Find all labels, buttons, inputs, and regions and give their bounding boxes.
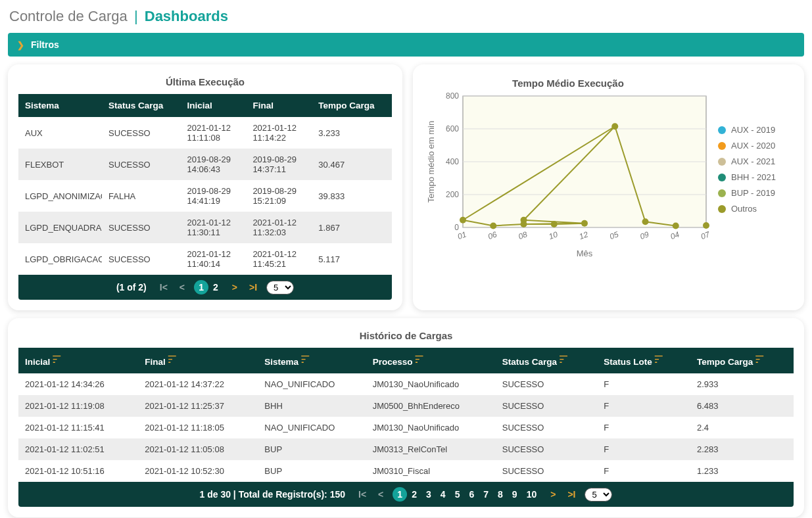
cell-inicial: 2019-08-2914:41:19 <box>180 180 246 212</box>
prev-page-button[interactable]: < <box>177 281 187 294</box>
last-page-button[interactable]: >I <box>565 488 578 501</box>
first-page-button[interactable]: I< <box>356 488 369 501</box>
tempo-medio-chart: Tempo Médio Execução02004006008000106081… <box>423 76 713 260</box>
legend-dot-icon <box>718 205 726 213</box>
col-status-carga[interactable]: Status Carga—–- <box>496 348 597 373</box>
first-page-button[interactable]: I< <box>157 281 170 294</box>
col-inicial[interactable]: Inicial—–- <box>18 348 138 373</box>
cell-inicial: 2021-01-12 11:02:51 <box>18 438 138 460</box>
cell-sistema: AUX <box>18 117 102 149</box>
col-inicial[interactable]: Inicial <box>180 94 246 117</box>
cell-final: 2021-01-1211:14:22 <box>246 117 312 149</box>
page-3[interactable]: 3 <box>421 488 436 501</box>
cell-tempo: 2.283 <box>690 438 794 460</box>
cell-status: SUCESSO <box>102 212 180 243</box>
table-header-row: Inicial—–- Final—–- Sistema—–- Processo—… <box>18 348 794 373</box>
cell-status: SUCESSO <box>102 243 180 275</box>
cell-inicial: 2021-01-1211:40:14 <box>180 243 246 275</box>
page-size-select[interactable]: 5 <box>585 488 612 502</box>
col-tempo-carga[interactable]: Tempo Carga—–- <box>690 348 794 373</box>
col-tempo[interactable]: Tempo Carga <box>312 94 392 117</box>
table-header-row: Sistema Status Carga Inicial Final Tempo… <box>18 94 392 117</box>
cell-inicial: 2021-01-12 11:19:08 <box>18 395 138 417</box>
table-row: LGPD_OBRIGACAOSUCESSO2021-01-1211:40:142… <box>18 243 392 275</box>
cell-processo: JM0130_NaoUnificado <box>366 417 496 438</box>
svg-text:600: 600 <box>446 124 459 133</box>
legend-item[interactable]: AUX - 2019 <box>718 125 794 135</box>
col-status[interactable]: Status Carga <box>102 94 180 117</box>
last-page-button[interactable]: >I <box>247 281 260 294</box>
table-row: 2021-01-12 10:51:162021-01-12 10:52:30BU… <box>18 460 794 482</box>
page-title: Controle de Carga | Dashboards <box>3 3 809 30</box>
cell-inicial: 2021-01-12 10:51:16 <box>18 460 138 482</box>
table-row: AUXSUCESSO2021-01-1211:11:082021-01-1211… <box>18 117 392 149</box>
col-status-lote[interactable]: Status Lote—–- <box>597 348 690 373</box>
col-final[interactable]: Final <box>246 94 312 117</box>
page-size-select[interactable]: 5 <box>266 281 294 294</box>
next-page-button[interactable]: > <box>548 488 558 501</box>
cell-final: 2021-01-1211:32:03 <box>246 212 312 243</box>
table-row: 2021-01-12 11:15:412021-01-12 11:18:05NA… <box>18 417 794 438</box>
col-processo[interactable]: Processo—–- <box>366 348 496 373</box>
legend-label: AUX - 2021 <box>731 156 775 166</box>
cell-sistema: BUP <box>258 438 366 460</box>
svg-point-35 <box>703 222 709 229</box>
page-1[interactable]: 1 <box>194 280 208 294</box>
paginator-info: (1 of 2) <box>116 282 147 293</box>
legend-item[interactable]: AUX - 2020 <box>718 141 794 151</box>
cell-sistema: FLEXBOT <box>18 149 102 180</box>
cell-status: SUCESSO <box>496 460 597 482</box>
svg-text:04: 04 <box>669 229 681 241</box>
cell-status: SUCESSO <box>102 117 180 149</box>
svg-point-33 <box>642 218 649 225</box>
page-9[interactable]: 9 <box>508 488 522 501</box>
page-2[interactable]: 2 <box>208 281 223 294</box>
next-page-button[interactable]: > <box>229 281 240 294</box>
table-row: LGPD_ANONIMIZACFALHA2019-08-2914:41:1920… <box>18 180 392 212</box>
cell-processo: JM0313_RelConTel <box>366 438 496 460</box>
col-sistema[interactable]: Sistema <box>18 94 102 117</box>
legend-label: BUP - 2019 <box>731 188 775 198</box>
page-8[interactable]: 8 <box>493 488 508 501</box>
prev-page-button[interactable]: < <box>375 488 386 501</box>
svg-text:01: 01 <box>456 229 467 241</box>
svg-text:05: 05 <box>608 229 620 241</box>
legend-item[interactable]: AUX - 2021 <box>718 156 794 166</box>
legend-item[interactable]: BHH - 2021 <box>718 172 794 182</box>
cell-sistema: BHH <box>258 395 366 417</box>
page-2[interactable]: 2 <box>407 488 421 501</box>
page-7[interactable]: 7 <box>479 488 493 501</box>
col-sistema[interactable]: Sistema—–- <box>258 348 366 373</box>
cell-tempo: 30.467 <box>312 149 392 180</box>
table-row: LGPD_ENQUADRAMSUCESSO2021-01-1211:30:112… <box>18 212 392 243</box>
legend-dot-icon <box>718 174 726 181</box>
cell-final: 2021-01-12 14:37:22 <box>138 373 258 395</box>
page-5[interactable]: 5 <box>450 488 465 501</box>
legend-item[interactable]: BUP - 2019 <box>718 188 794 198</box>
legend-dot-icon <box>718 126 726 134</box>
cell-final: 2019-08-2914:37:11 <box>246 149 312 180</box>
ultima-execucao-card: Última Execução Sistema Status Carga Ini… <box>8 64 402 310</box>
cell-tempo: 1.233 <box>690 460 794 482</box>
cell-status: SUCESSO <box>496 395 597 417</box>
cell-sistema: LGPD_ANONIMIZAC <box>18 180 102 212</box>
col-final[interactable]: Final—–- <box>138 348 258 373</box>
cell-sistema: LGPD_OBRIGACAO <box>18 243 102 275</box>
page-6[interactable]: 6 <box>464 488 479 501</box>
page-10[interactable]: 10 <box>522 488 542 501</box>
table-row: 2021-01-12 11:19:082021-01-12 11:25:37BH… <box>18 395 794 417</box>
page-4[interactable]: 4 <box>436 488 450 501</box>
legend-label: BHH - 2021 <box>731 172 776 182</box>
cell-inicial: 2021-01-12 11:15:41 <box>18 417 138 438</box>
svg-text:800: 800 <box>446 91 459 101</box>
cell-tempo: 2.4 <box>690 417 794 438</box>
cell-status: SUCESSO <box>496 417 597 438</box>
filters-accordion[interactable]: ❯ Filtros <box>8 33 804 57</box>
svg-text:08: 08 <box>517 229 529 241</box>
sort-icon: —–- <box>415 354 423 364</box>
legend-item[interactable]: Outros <box>718 204 794 214</box>
cell-sistema: NAO_UNIFICADO <box>258 417 366 438</box>
page-1[interactable]: 1 <box>393 487 407 502</box>
cell-tempo: 3.233 <box>312 117 392 149</box>
sort-icon: —–- <box>301 354 309 364</box>
